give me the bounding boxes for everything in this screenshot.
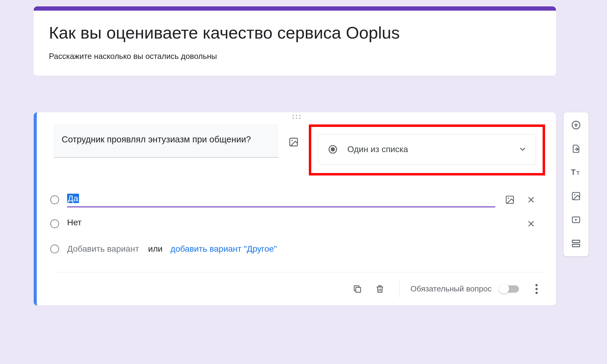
svg-rect-14 [572,240,580,243]
floating-toolbar: TT [564,112,588,256]
close-icon [527,219,535,228]
svg-rect-4 [356,287,361,292]
option-row: Нет [50,212,538,236]
required-toggle[interactable] [500,285,519,293]
add-option-row: Добавить вариант или добавить вариант "Д… [50,236,538,266]
close-icon [527,196,535,204]
add-section-button[interactable] [568,235,585,252]
add-question-button[interactable] [568,117,585,134]
chevron-down-icon [520,148,525,151]
image-icon [288,137,299,147]
video-icon [571,215,581,225]
option-input[interactable]: Нет [67,216,495,231]
section-icon [571,239,581,248]
import-icon [571,144,581,154]
remove-option-button[interactable] [524,193,538,206]
remove-option-button[interactable] [524,217,538,230]
question-type-dropdown[interactable]: Один из списка [318,134,536,165]
divider [399,281,400,298]
add-option-or-text: или [148,244,163,254]
more-options-button[interactable] [528,281,545,298]
svg-text:T: T [571,168,576,176]
add-title-button[interactable]: TT [568,164,585,181]
copy-icon [353,284,362,294]
drag-handle-icon[interactable] [292,115,301,119]
required-label: Обязательный вопрос [411,284,492,294]
option-row: Да [50,188,538,212]
form-title[interactable]: Как вы оцениваете качество сервиса Ooplu… [49,23,541,43]
svg-point-5 [535,284,537,286]
add-circle-icon [571,120,581,130]
duplicate-button[interactable] [349,281,366,298]
import-questions-button[interactable] [568,140,585,157]
add-image-button[interactable] [568,188,585,205]
svg-rect-15 [572,244,580,247]
question-text-input[interactable]: Сотрудник проявлял энтузиазм при общении… [54,124,278,158]
radio-icon [329,145,337,154]
form-description[interactable]: Расскажите насколько вы остались довольн… [49,52,541,61]
svg-point-12 [574,194,575,195]
image-icon [571,191,581,201]
add-video-button[interactable] [568,211,585,228]
radio-icon [50,195,59,204]
svg-text:T: T [576,170,580,176]
svg-point-3 [508,198,509,199]
option-input[interactable]: Да [67,192,495,207]
svg-point-6 [535,288,537,290]
trash-icon [375,284,385,294]
svg-point-7 [535,292,537,294]
radio-icon [50,219,59,228]
highlight-annotation: Один из списка [309,124,545,175]
title-icon: TT [571,168,581,177]
add-option-placeholder[interactable]: Добавить вариант [67,244,139,254]
question-card: Сотрудник проявлял энтузиазм при общении… [34,112,556,305]
options-list: Да Нет Добавить вариант или добавить вар… [37,175,556,266]
question-footer: Обязательный вопрос [54,272,545,305]
add-question-image-button[interactable] [287,135,300,149]
form-header-card: Как вы оцениваете качество сервиса Ooplu… [34,6,556,76]
more-vert-icon [535,284,538,294]
question-type-label: Один из списка [347,145,510,154]
delete-button[interactable] [371,281,388,298]
add-option-image-button[interactable] [503,193,517,206]
image-icon [505,195,515,205]
svg-point-1 [292,140,293,141]
add-other-option-link[interactable]: добавить вариант "Другое" [170,244,277,254]
radio-icon [50,244,59,253]
